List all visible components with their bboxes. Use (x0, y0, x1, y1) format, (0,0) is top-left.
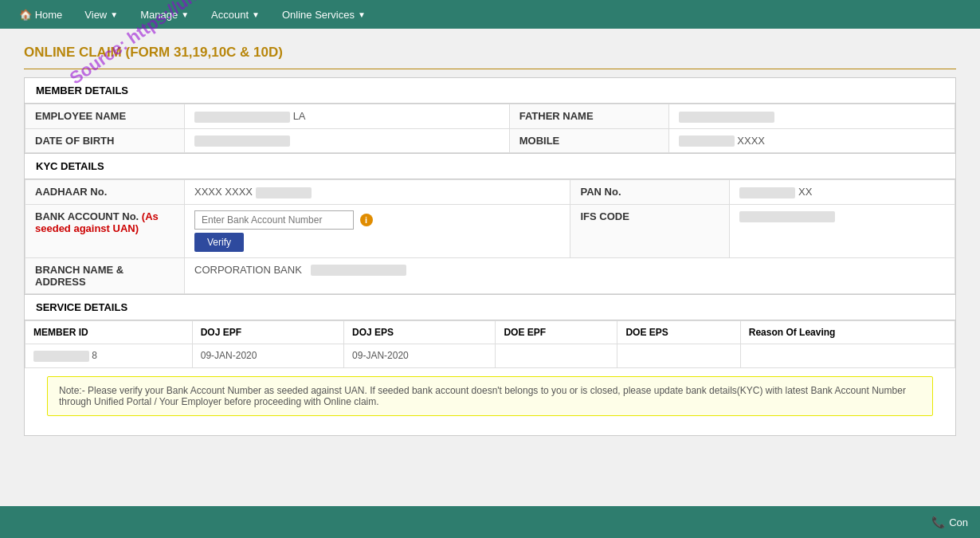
nav-account-label: Account (211, 9, 249, 21)
branch-bank-name: CORPORATION BANK (194, 264, 302, 276)
kyc-details-header: KYC DETAILS (25, 153, 955, 179)
member-details-table: EMPLOYEE NAME LA FATHER NAME DATE OF BIR… (25, 104, 955, 153)
nav-manage[interactable]: Manage ▼ (129, 0, 200, 29)
nav-view[interactable]: View ▼ (73, 0, 129, 29)
branch-value: CORPORATION BANK (185, 257, 955, 293)
dob-blurred (194, 135, 290, 147)
service-table: MEMBER ID DOJ EPF DOJ EPS DOE EPF DOE EP… (25, 320, 955, 368)
aadhaar-blurred (256, 187, 312, 198)
ifs-code-blurred (739, 211, 835, 222)
ifs-code-label: IFS CODE (570, 204, 730, 257)
employee-name-label: EMPLOYEE NAME (25, 104, 185, 129)
nav-manage-label: Manage (140, 9, 178, 21)
col-doe-eps: DOE EPS (617, 320, 740, 344)
aadhaar-value: XXXX XXXX (185, 180, 570, 205)
nav-online-services[interactable]: Online Services ▼ (271, 0, 377, 29)
nav-account-arrow: ▼ (252, 10, 260, 19)
note-wrapper: Note:- Please verify your Bank Account N… (25, 368, 955, 435)
col-doe-epf: DOE EPF (496, 320, 617, 344)
father-name-value (668, 104, 955, 129)
service-details-header: SERVICE DETAILS (25, 294, 955, 320)
employee-name-value: LA (185, 104, 510, 129)
nav-view-label: View (84, 9, 107, 21)
bank-account-label-text: BANK ACCOUNT No. (35, 210, 139, 222)
aadhaar-label: AADHAAR No. (25, 180, 185, 205)
employee-name-blurred (194, 112, 290, 123)
info-icon[interactable]: i (360, 214, 373, 226)
mobile-label: MOBILE (509, 128, 668, 153)
footer-bar: 📞 Con (0, 506, 980, 538)
service-table-header-row: MEMBER ID DOJ EPF DOJ EPS DOE EPF DOE EP… (25, 320, 955, 344)
footer-contact[interactable]: 📞 Con (931, 516, 968, 528)
employee-name-suffix: LA (293, 110, 306, 122)
doj-eps-value: 09-JAN-2020 (344, 344, 496, 367)
home-icon: 🏠 (19, 9, 32, 21)
nav-online-services-arrow: ▼ (358, 10, 366, 19)
member-id-blurred (33, 351, 89, 362)
col-doj-eps: DOJ EPS (344, 320, 496, 344)
contact-label: Con (949, 516, 968, 528)
branch-label: BRANCH NAME & ADDRESS (25, 257, 185, 293)
bank-input-wrapper: i (194, 210, 560, 230)
page-title: ONLINE CLAIM (FORM 31,19,10C & 10D) (24, 45, 956, 61)
father-name-blurred (679, 112, 774, 123)
note-box: Note:- Please verify your Bank Account N… (47, 376, 933, 416)
navbar: 🏠 Home View ▼ Manage ▼ Account ▼ Online … (0, 0, 980, 29)
doe-eps-value (617, 344, 740, 367)
main-content: Source: https://unifiedportal-mem.epfind… (0, 29, 980, 507)
nav-manage-arrow: ▼ (181, 10, 189, 19)
member-details-header: MEMBER DETAILS (25, 78, 955, 104)
nav-home-label: Home (35, 9, 63, 21)
pan-label: PAN No. (570, 180, 730, 205)
reason-value (740, 344, 955, 367)
doe-epf-value (496, 344, 617, 367)
nav-view-arrow: ▼ (110, 10, 118, 19)
table-row: AADHAAR No. XXXX XXXX PAN No. XX (25, 180, 955, 205)
bank-account-label: BANK ACCOUNT No. (As seeded against UAN) (25, 204, 185, 257)
phone-icon: 📞 (931, 516, 945, 528)
bank-account-input-cell: i Verify (185, 204, 570, 257)
dob-value (185, 128, 510, 153)
mobile-blurred (679, 135, 735, 147)
col-reason: Reason Of Leaving (740, 320, 955, 344)
bank-account-input[interactable] (194, 210, 354, 230)
col-member-id: MEMBER ID (25, 320, 193, 344)
main-card: MEMBER DETAILS EMPLOYEE NAME LA FATHER N… (24, 77, 956, 436)
table-row: EMPLOYEE NAME LA FATHER NAME (25, 104, 955, 129)
dob-label: DATE OF BIRTH (25, 128, 185, 153)
pan-suffix: XX (798, 186, 812, 198)
col-doj-epf: DOJ EPF (192, 320, 343, 344)
father-name-label: FATHER NAME (509, 104, 668, 129)
mobile-value: XXXX (668, 128, 955, 153)
nav-account[interactable]: Account ▼ (200, 0, 271, 29)
verify-button[interactable]: Verify (194, 233, 244, 252)
note-text: Note:- Please verify your Bank Account N… (59, 385, 906, 407)
service-table-row: 8 09-JAN-2020 09-JAN-2020 (25, 344, 955, 367)
pan-blurred (739, 187, 795, 198)
verify-button-wrapper: Verify (194, 230, 560, 252)
pan-value: XX (730, 180, 955, 205)
nav-home[interactable]: 🏠 Home (8, 0, 73, 29)
member-id-value: 8 (25, 344, 193, 367)
table-row: BANK ACCOUNT No. (As seeded against UAN)… (25, 204, 955, 257)
table-row: DATE OF BIRTH MOBILE XXXX (25, 128, 955, 153)
member-id-suffix: 8 (92, 350, 97, 361)
nav-online-services-label: Online Services (282, 9, 355, 21)
table-row: BRANCH NAME & ADDRESS CORPORATION BANK (25, 257, 955, 293)
ifs-code-value (730, 204, 955, 257)
kyc-details-table: AADHAAR No. XXXX XXXX PAN No. XX BANK AC… (25, 179, 955, 294)
mobile-suffix: XXXX (737, 135, 765, 147)
aadhaar-value-text: XXXX XXXX (194, 186, 253, 198)
doj-epf-value: 09-JAN-2020 (192, 344, 343, 367)
branch-blurred (311, 265, 406, 276)
